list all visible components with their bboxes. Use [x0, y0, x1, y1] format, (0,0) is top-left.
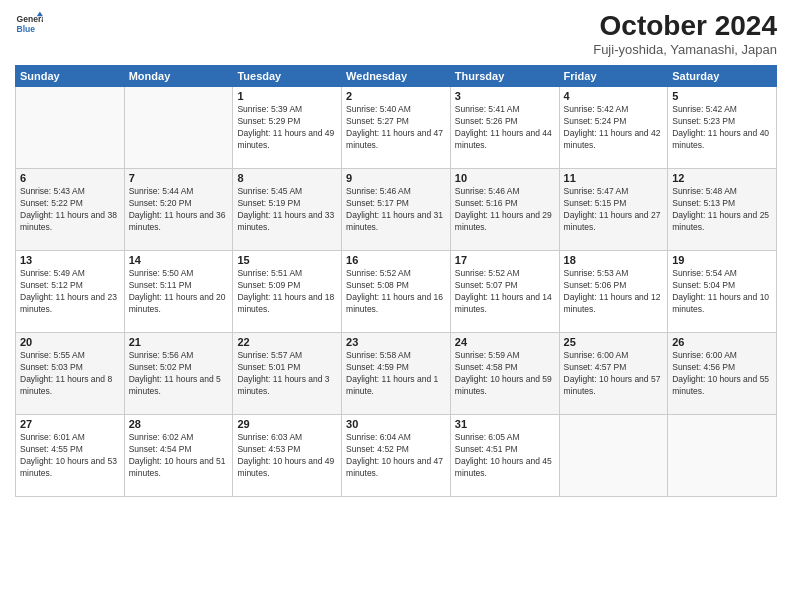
day-number: 18 [564, 254, 664, 266]
day-number: 27 [20, 418, 120, 430]
calendar-cell: 29Sunrise: 6:03 AM Sunset: 4:53 PM Dayli… [233, 415, 342, 497]
day-header-sunday: Sunday [16, 66, 125, 87]
day-number: 11 [564, 172, 664, 184]
day-info: Sunrise: 5:53 AM Sunset: 5:06 PM Dayligh… [564, 268, 664, 316]
day-number: 13 [20, 254, 120, 266]
calendar-cell: 27Sunrise: 6:01 AM Sunset: 4:55 PM Dayli… [16, 415, 125, 497]
day-number: 15 [237, 254, 337, 266]
day-number: 14 [129, 254, 229, 266]
week-row-5: 27Sunrise: 6:01 AM Sunset: 4:55 PM Dayli… [16, 415, 777, 497]
day-info: Sunrise: 5:52 AM Sunset: 5:08 PM Dayligh… [346, 268, 446, 316]
day-number: 10 [455, 172, 555, 184]
calendar-cell: 2Sunrise: 5:40 AM Sunset: 5:27 PM Daylig… [342, 87, 451, 169]
calendar-cell: 19Sunrise: 5:54 AM Sunset: 5:04 PM Dayli… [668, 251, 777, 333]
day-info: Sunrise: 5:54 AM Sunset: 5:04 PM Dayligh… [672, 268, 772, 316]
day-info: Sunrise: 5:48 AM Sunset: 5:13 PM Dayligh… [672, 186, 772, 234]
day-number: 9 [346, 172, 446, 184]
calendar-cell: 4Sunrise: 5:42 AM Sunset: 5:24 PM Daylig… [559, 87, 668, 169]
calendar-cell: 28Sunrise: 6:02 AM Sunset: 4:54 PM Dayli… [124, 415, 233, 497]
day-info: Sunrise: 5:49 AM Sunset: 5:12 PM Dayligh… [20, 268, 120, 316]
day-number: 5 [672, 90, 772, 102]
calendar-header-row: SundayMondayTuesdayWednesdayThursdayFrid… [16, 66, 777, 87]
day-info: Sunrise: 5:46 AM Sunset: 5:16 PM Dayligh… [455, 186, 555, 234]
day-number: 24 [455, 336, 555, 348]
calendar-cell: 26Sunrise: 6:00 AM Sunset: 4:56 PM Dayli… [668, 333, 777, 415]
day-number: 23 [346, 336, 446, 348]
day-info: Sunrise: 5:40 AM Sunset: 5:27 PM Dayligh… [346, 104, 446, 152]
calendar-cell: 14Sunrise: 5:50 AM Sunset: 5:11 PM Dayli… [124, 251, 233, 333]
day-info: Sunrise: 6:00 AM Sunset: 4:56 PM Dayligh… [672, 350, 772, 398]
day-header-friday: Friday [559, 66, 668, 87]
day-info: Sunrise: 5:44 AM Sunset: 5:20 PM Dayligh… [129, 186, 229, 234]
day-info: Sunrise: 5:52 AM Sunset: 5:07 PM Dayligh… [455, 268, 555, 316]
day-info: Sunrise: 6:03 AM Sunset: 4:53 PM Dayligh… [237, 432, 337, 480]
day-number: 1 [237, 90, 337, 102]
calendar-cell: 13Sunrise: 5:49 AM Sunset: 5:12 PM Dayli… [16, 251, 125, 333]
calendar-cell: 31Sunrise: 6:05 AM Sunset: 4:51 PM Dayli… [450, 415, 559, 497]
day-number: 20 [20, 336, 120, 348]
day-number: 8 [237, 172, 337, 184]
day-number: 28 [129, 418, 229, 430]
location: Fuji-yoshida, Yamanashi, Japan [593, 42, 777, 57]
day-info: Sunrise: 6:05 AM Sunset: 4:51 PM Dayligh… [455, 432, 555, 480]
header: General Blue October 2024 Fuji-yoshida, … [15, 10, 777, 57]
day-header-tuesday: Tuesday [233, 66, 342, 87]
day-info: Sunrise: 5:47 AM Sunset: 5:15 PM Dayligh… [564, 186, 664, 234]
day-info: Sunrise: 5:42 AM Sunset: 5:24 PM Dayligh… [564, 104, 664, 152]
day-info: Sunrise: 5:42 AM Sunset: 5:23 PM Dayligh… [672, 104, 772, 152]
day-number: 21 [129, 336, 229, 348]
calendar-cell: 10Sunrise: 5:46 AM Sunset: 5:16 PM Dayli… [450, 169, 559, 251]
day-header-thursday: Thursday [450, 66, 559, 87]
day-header-monday: Monday [124, 66, 233, 87]
calendar-cell: 21Sunrise: 5:56 AM Sunset: 5:02 PM Dayli… [124, 333, 233, 415]
calendar-cell: 30Sunrise: 6:04 AM Sunset: 4:52 PM Dayli… [342, 415, 451, 497]
day-info: Sunrise: 5:58 AM Sunset: 4:59 PM Dayligh… [346, 350, 446, 398]
calendar-cell [16, 87, 125, 169]
calendar-cell [124, 87, 233, 169]
calendar-page: General Blue October 2024 Fuji-yoshida, … [0, 0, 792, 612]
logo: General Blue [15, 10, 43, 38]
calendar-cell: 20Sunrise: 5:55 AM Sunset: 5:03 PM Dayli… [16, 333, 125, 415]
day-number: 26 [672, 336, 772, 348]
day-number: 19 [672, 254, 772, 266]
calendar-cell: 17Sunrise: 5:52 AM Sunset: 5:07 PM Dayli… [450, 251, 559, 333]
calendar-cell: 7Sunrise: 5:44 AM Sunset: 5:20 PM Daylig… [124, 169, 233, 251]
day-info: Sunrise: 6:02 AM Sunset: 4:54 PM Dayligh… [129, 432, 229, 480]
week-row-2: 6Sunrise: 5:43 AM Sunset: 5:22 PM Daylig… [16, 169, 777, 251]
week-row-4: 20Sunrise: 5:55 AM Sunset: 5:03 PM Dayli… [16, 333, 777, 415]
day-info: Sunrise: 5:57 AM Sunset: 5:01 PM Dayligh… [237, 350, 337, 398]
calendar-cell [668, 415, 777, 497]
calendar-table: SundayMondayTuesdayWednesdayThursdayFrid… [15, 65, 777, 497]
calendar-cell: 5Sunrise: 5:42 AM Sunset: 5:23 PM Daylig… [668, 87, 777, 169]
day-info: Sunrise: 5:50 AM Sunset: 5:11 PM Dayligh… [129, 268, 229, 316]
day-info: Sunrise: 5:46 AM Sunset: 5:17 PM Dayligh… [346, 186, 446, 234]
month-title: October 2024 [593, 10, 777, 42]
calendar-cell: 6Sunrise: 5:43 AM Sunset: 5:22 PM Daylig… [16, 169, 125, 251]
day-info: Sunrise: 5:45 AM Sunset: 5:19 PM Dayligh… [237, 186, 337, 234]
calendar-cell: 16Sunrise: 5:52 AM Sunset: 5:08 PM Dayli… [342, 251, 451, 333]
day-number: 22 [237, 336, 337, 348]
calendar-cell: 25Sunrise: 6:00 AM Sunset: 4:57 PM Dayli… [559, 333, 668, 415]
day-info: Sunrise: 5:59 AM Sunset: 4:58 PM Dayligh… [455, 350, 555, 398]
day-number: 4 [564, 90, 664, 102]
calendar-cell [559, 415, 668, 497]
day-number: 7 [129, 172, 229, 184]
calendar-cell: 22Sunrise: 5:57 AM Sunset: 5:01 PM Dayli… [233, 333, 342, 415]
day-number: 3 [455, 90, 555, 102]
day-info: Sunrise: 5:56 AM Sunset: 5:02 PM Dayligh… [129, 350, 229, 398]
day-number: 29 [237, 418, 337, 430]
svg-text:Blue: Blue [17, 24, 36, 34]
day-number: 12 [672, 172, 772, 184]
title-block: October 2024 Fuji-yoshida, Yamanashi, Ja… [593, 10, 777, 57]
calendar-cell: 1Sunrise: 5:39 AM Sunset: 5:29 PM Daylig… [233, 87, 342, 169]
day-number: 2 [346, 90, 446, 102]
calendar-cell: 8Sunrise: 5:45 AM Sunset: 5:19 PM Daylig… [233, 169, 342, 251]
day-header-saturday: Saturday [668, 66, 777, 87]
day-header-wednesday: Wednesday [342, 66, 451, 87]
logo-icon: General Blue [15, 10, 43, 38]
week-row-1: 1Sunrise: 5:39 AM Sunset: 5:29 PM Daylig… [16, 87, 777, 169]
day-info: Sunrise: 5:55 AM Sunset: 5:03 PM Dayligh… [20, 350, 120, 398]
day-number: 17 [455, 254, 555, 266]
calendar-cell: 3Sunrise: 5:41 AM Sunset: 5:26 PM Daylig… [450, 87, 559, 169]
day-number: 31 [455, 418, 555, 430]
